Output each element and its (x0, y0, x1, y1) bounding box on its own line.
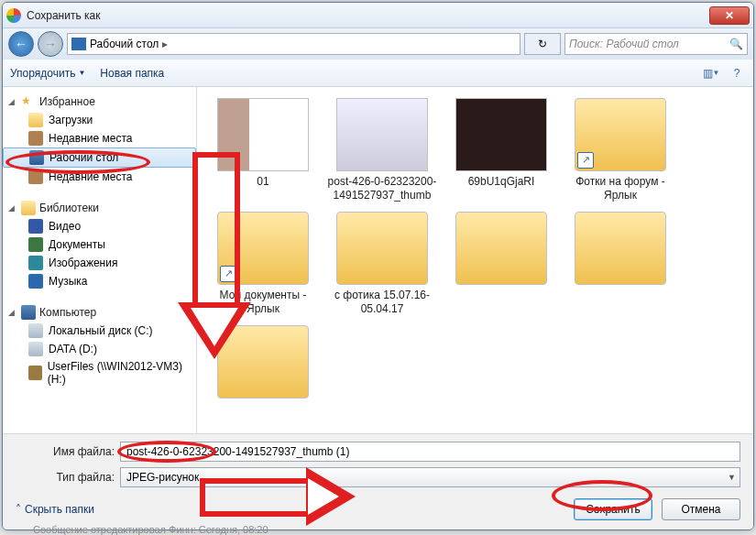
tree-item-label: Документы (49, 238, 105, 251)
tree-item-label: Рабочий стол (49, 151, 118, 164)
filename-input[interactable] (120, 442, 740, 462)
ico-disk-icon (28, 323, 43, 338)
refresh-button[interactable]: ↻ (524, 33, 561, 55)
tree-item[interactable]: Недавние места (3, 168, 196, 186)
breadcrumb[interactable]: Рабочий стол ▸ (67, 33, 520, 55)
tree-item-label: Загрузки (49, 114, 93, 126)
thumb-label: post-426-0-62323200-1491527937_thumb (327, 175, 437, 202)
help-button[interactable]: ? (728, 64, 746, 82)
thumb-image (217, 325, 309, 399)
thumb-label: Мои документы - Ярлык (208, 289, 318, 316)
thumb-label: 01 (257, 175, 268, 189)
chevron-right-icon: ▸ (162, 38, 168, 50)
tree-item[interactable]: Недавние места (3, 129, 196, 147)
caret-icon: ◢ (8, 308, 17, 317)
file-thumb[interactable]: Фотки на форум - Ярлык (565, 98, 675, 202)
tree-item[interactable]: Изображения (3, 254, 196, 272)
tree-item[interactable]: DATA (D:) (3, 340, 196, 358)
bottom-panel: Имя файла: Тип файла: JPEG-рисунок ▼ ˄ С… (3, 433, 753, 530)
new-folder-button[interactable]: Новая папка (100, 67, 164, 80)
search-icon: 🔍 (729, 38, 743, 50)
desktop-icon (71, 38, 86, 50)
tree-item-label: Недавние места (49, 132, 132, 145)
tree-item-label: Недавние места (49, 170, 132, 183)
computer-icon (21, 305, 36, 320)
chevron-up-icon: ˄ (16, 503, 21, 516)
tree-item[interactable]: Документы (3, 235, 196, 254)
address-bar: ← → Рабочий стол ▸ ↻ Поиск: Рабочий стол… (3, 28, 753, 60)
file-thumb[interactable]: 01 (208, 98, 318, 202)
thumb-image (455, 98, 547, 171)
chevron-down-icon: ▼ (78, 69, 85, 77)
thumb-label: 69bU1qGjaRI (468, 175, 535, 189)
file-thumb[interactable] (208, 325, 318, 402)
ico-pic-icon (28, 256, 43, 270)
tree-item[interactable]: Локальный диск (C:) (3, 322, 196, 340)
hide-folders-button[interactable]: ˄ Скрыть папки (16, 503, 94, 516)
tree-header-computer[interactable]: ◢ Компьютер (3, 303, 196, 322)
window-title: Сохранить как (27, 9, 709, 22)
tree-item[interactable]: Рабочий стол (3, 147, 196, 168)
thumb-label: с фотика 15.07.16-05.04.17 (327, 289, 437, 316)
save-as-dialog: Сохранить как ✕ ← → Рабочий стол ▸ ↻ Пои… (2, 2, 754, 530)
tree-item-label: Изображения (49, 257, 117, 269)
breadcrumb-path: Рабочий стол (90, 38, 159, 50)
ico-doc-icon (28, 237, 43, 252)
ico-video-icon (28, 219, 43, 234)
page-footer-note: Сообщение отредактировал Финн: Сегодня, … (33, 524, 268, 535)
tree-item-label: UserFiles (\\WIN2012-VM3) (H:) (48, 360, 191, 386)
search-placeholder: Поиск: Рабочий стол (569, 38, 679, 50)
ico-folder-icon (28, 113, 43, 127)
file-pane[interactable]: 01post-426-0-62323200-1491527937_thumb69… (197, 87, 753, 433)
ico-monitor-icon (29, 150, 44, 165)
thumb-label: Фотки на форум - Ярлык (565, 175, 675, 202)
search-input[interactable]: Поиск: Рабочий стол 🔍 (564, 33, 748, 55)
titlebar: Сохранить как ✕ (3, 3, 753, 28)
tree-item-label: DATA (D:) (49, 343, 97, 355)
tree-header-favorites[interactable]: ◢ ★ Избранное (3, 93, 196, 111)
close-button[interactable]: ✕ (709, 6, 750, 25)
back-button[interactable]: ← (8, 31, 34, 57)
tree-item-label: Локальный диск (C:) (49, 324, 153, 337)
toolbar: Упорядочить ▼ Новая папка ▥ ▼ ? (3, 60, 753, 87)
tree-item[interactable]: UserFiles (\\WIN2012-VM3) (H:) (3, 358, 196, 388)
nav-tree: ◢ ★ Избранное ЗагрузкиНедавние местаРабо… (3, 87, 197, 433)
file-thumb[interactable]: post-426-0-62323200-1491527937_thumb (327, 98, 437, 202)
refresh-icon: ↻ (538, 38, 547, 50)
file-thumb[interactable] (565, 212, 675, 316)
tree-item[interactable]: Музыка (3, 272, 196, 290)
cancel-button[interactable]: Отмена (662, 498, 740, 520)
caret-icon: ◢ (8, 203, 17, 213)
libraries-icon (21, 201, 36, 215)
file-thumb[interactable]: с фотика 15.07.16-05.04.17 (327, 212, 437, 316)
filetype-combo[interactable]: JPEG-рисунок ▼ (120, 467, 740, 487)
save-button[interactable]: Сохранить (574, 498, 652, 520)
chrome-icon (6, 8, 21, 23)
tree-item-label: Музыка (49, 275, 87, 288)
ico-recent-icon (28, 169, 43, 184)
filename-label: Имя файла: (16, 445, 115, 458)
file-thumb[interactable]: 69bU1qGjaRI (446, 98, 556, 202)
chevron-down-icon: ▼ (728, 473, 736, 482)
thumb-image (336, 212, 428, 285)
ico-disk-icon (28, 342, 43, 356)
tree-libraries: ◢ Библиотеки ВидеоДокументыИзображенияМу… (3, 199, 196, 290)
view-options-button[interactable]: ▥ ▼ (702, 64, 720, 82)
tree-item[interactable]: Загрузки (3, 111, 196, 129)
tree-header-libraries[interactable]: ◢ Библиотеки (3, 199, 196, 217)
thumb-image (336, 98, 428, 171)
thumb-image (575, 98, 666, 171)
file-thumb[interactable]: Мои документы - Ярлык (208, 212, 318, 316)
tree-item[interactable]: Видео (3, 217, 196, 235)
tree-favorites: ◢ ★ Избранное ЗагрузкиНедавние местаРабо… (3, 93, 196, 186)
filetype-value: JPEG-рисунок (126, 471, 199, 484)
thumb-image (217, 212, 309, 285)
caret-icon: ◢ (8, 97, 17, 106)
forward-button[interactable]: → (38, 31, 63, 57)
file-thumb[interactable] (446, 212, 556, 316)
organize-menu[interactable]: Упорядочить ▼ (10, 67, 85, 80)
tree-item-label: Видео (49, 220, 81, 233)
dialog-body: ◢ ★ Избранное ЗагрузкиНедавние местаРабо… (3, 87, 753, 433)
ico-net-icon (28, 366, 42, 380)
tree-computer: ◢ Компьютер Локальный диск (C:)DATA (D:)… (3, 303, 196, 388)
